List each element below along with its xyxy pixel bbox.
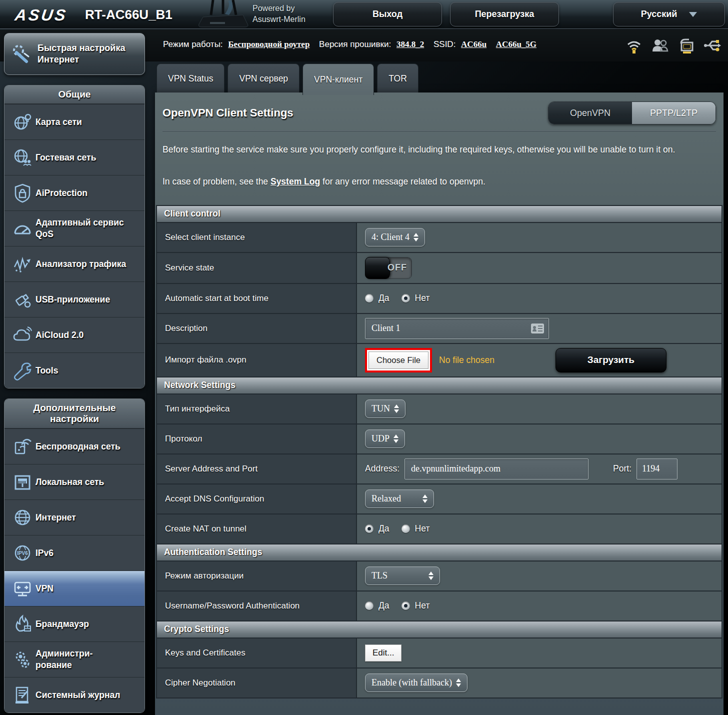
upload-button[interactable]: Загрузить — [556, 348, 666, 372]
nat-no-radio[interactable] — [402, 524, 410, 533]
aiprotection-icon — [10, 183, 36, 203]
accept-dns-select[interactable]: Relaxed — [365, 490, 434, 508]
settings-table: Client control Select client instance 4:… — [156, 205, 722, 698]
intro-text-1: Before starting the service make sure yo… — [162, 142, 716, 158]
sidebar-item-system-log[interactable]: Системный журнал — [4, 677, 144, 712]
cipher-negotiation-select[interactable]: Enable (with fallback) — [365, 674, 468, 692]
select-arrows-icon — [394, 404, 399, 413]
tab-vpn-client[interactable]: VPN-клиент — [302, 64, 374, 95]
sidebar: Быстрая настройка Интернет Общие Карта с… — [4, 33, 145, 713]
autostart-no-radio[interactable] — [402, 294, 410, 302]
clients-icon[interactable] — [651, 36, 669, 54]
sidebar-group-advanced: Дополнительные настройки Беспроводная се… — [4, 398, 145, 713]
sidebar-item-aiprotection[interactable]: AiProtection — [4, 175, 144, 210]
sidebar-item-vpn[interactable]: VPN — [4, 570, 144, 606]
chevron-down-icon — [689, 12, 697, 17]
system-log-link[interactable]: System Log — [270, 176, 320, 186]
wireless-icon — [10, 436, 36, 456]
internet-icon — [10, 508, 36, 528]
pptp-l2tp-type-button[interactable]: PPTP/L2TP — [632, 102, 716, 124]
row-service-state: Service state OFF — [157, 253, 722, 284]
router-model: RT-AC66U_B1 — [85, 7, 172, 22]
firmware-link[interactable]: 384.8_2 — [396, 40, 424, 49]
userpass-no-radio[interactable] — [402, 602, 410, 610]
sidebar-item-network-map[interactable]: Карта сети — [4, 104, 144, 140]
system-log-icon — [10, 685, 36, 705]
op-mode-link[interactable]: Беспроводной роутер — [228, 40, 310, 49]
server-address-input[interactable]: de.vpnunlimitedapp.com — [404, 458, 588, 480]
media-server-icon[interactable] — [677, 36, 695, 54]
language-dropdown[interactable]: Русский — [613, 2, 725, 26]
sidebar-item-firewall[interactable]: Брандмауэр — [4, 606, 144, 642]
sidebar-item-tools[interactable]: Tools — [4, 352, 144, 388]
ssid-24-link[interactable]: AC66u — [461, 40, 486, 49]
sidebar-item-internet[interactable]: Интернет — [4, 500, 144, 535]
choose-file-highlight: Choose File — [365, 348, 432, 372]
autostart-yes-radio[interactable] — [365, 294, 374, 302]
sidebar-item-wireless[interactable]: Беспроводная сеть — [4, 428, 144, 464]
main-panel: OpenVPN Client Settings OpenVPN PPTP/L2T… — [155, 92, 724, 715]
edit-keys-button[interactable]: Edit... — [365, 644, 402, 662]
tab-tor[interactable]: TOR — [377, 64, 418, 93]
sidebar-item-administration[interactable]: Администри- рование — [4, 642, 144, 677]
sidebar-item-aicloud[interactable]: AiCloud 2.0 — [4, 317, 144, 352]
sidebar-item-lan[interactable]: Локальная сеть — [4, 464, 144, 500]
autostart-radio-group: Да Нет — [365, 293, 438, 304]
lan-icon — [10, 472, 36, 492]
server-port-input[interactable]: 1194 — [636, 458, 678, 480]
logout-button[interactable]: Выход — [333, 2, 442, 26]
usb-status-icon[interactable] — [703, 36, 721, 54]
reboot-button[interactable]: Перезагрузка — [450, 2, 559, 26]
sidebar-item-ipv6[interactable]: IPV6 IPv6 — [4, 535, 144, 570]
sidebar-item-usb-application[interactable]: USB-приложение — [4, 282, 144, 317]
row-autostart: Automatic start at boot time Да Нет — [157, 284, 722, 314]
tab-vpn-status[interactable]: VPN Status — [156, 64, 224, 93]
address-label: Address: — [365, 464, 400, 474]
nat-yes-radio[interactable] — [365, 524, 374, 533]
section-authentication: Authentication Settings — [157, 544, 722, 562]
tools-icon — [10, 360, 36, 380]
wifi-status-icon[interactable] — [625, 36, 643, 54]
guest-network-icon — [10, 148, 36, 168]
row-import-ovpn: Импорт файла .ovpn Choose File No file c… — [157, 344, 722, 378]
quick-setup-button[interactable]: Быстрая настройка Интернет — [4, 33, 145, 75]
description-input[interactable]: Client 1 — [365, 318, 549, 339]
sidebar-item-guest-network[interactable]: Гостевая сеть — [4, 140, 144, 175]
tab-vpn-server[interactable]: VPN сервер — [228, 64, 300, 93]
toggle-knob — [365, 257, 390, 279]
system-info-line: Режим работы: Беспроводной роутер Версия… — [163, 40, 544, 50]
auth-mode-select[interactable]: TLS — [365, 566, 440, 585]
page-title: OpenVPN Client Settings — [162, 106, 294, 120]
nat-radio-group: Да Нет — [365, 524, 438, 534]
userpass-radio-group: Да Нет — [365, 600, 438, 611]
intro-text-2: In case of problem, see the System Log f… — [162, 174, 716, 190]
qos-icon — [10, 218, 36, 238]
section-crypto: Crypto Settings — [157, 622, 722, 638]
row-auth-mode: Режим авторизации TLS — [157, 562, 722, 592]
select-arrows-icon — [456, 678, 461, 687]
sidebar-item-traffic-analyzer[interactable]: Анализатор трафика — [4, 246, 144, 282]
client-list-icon[interactable] — [530, 323, 544, 334]
vpn-icon — [10, 578, 36, 598]
top-header-bar: ASUS RT-AC66U_B1 Powered by Asuswrt-Merl… — [0, 0, 728, 29]
row-server-address-port: Server Address and Port Address: de.vpnu… — [157, 454, 722, 484]
select-arrows-icon — [414, 233, 418, 242]
quick-setup-label: Быстрая настройка Интернет — [38, 42, 125, 66]
userpass-yes-radio[interactable] — [365, 602, 374, 610]
toggle-off-label: OFF — [388, 262, 407, 273]
group-title-general: Общие — [4, 86, 144, 104]
protocol-select[interactable]: UDP — [365, 430, 405, 448]
openvpn-type-button[interactable]: OpenVPN — [548, 102, 632, 124]
group-title-advanced: Дополнительные настройки — [4, 399, 144, 428]
sidebar-item-qos[interactable]: Адаптивный сервис QoS — [4, 210, 144, 246]
select-arrows-icon — [394, 434, 398, 443]
service-state-toggle[interactable]: OFF — [365, 257, 412, 279]
choose-file-button[interactable]: Choose File — [368, 352, 428, 369]
interface-type-select[interactable]: TUN — [365, 400, 406, 418]
client-instance-select[interactable]: 4: Client 4 — [365, 228, 425, 246]
ssid-5g-link[interactable]: AC66u_5G — [496, 40, 536, 49]
no-file-chosen-text: No file chosen — [439, 355, 494, 366]
row-keys-certificates: Keys and Certificates Edit... — [157, 638, 722, 668]
router-image — [196, 0, 250, 28]
vpn-tabs: VPN Status VPN сервер VPN-клиент TOR — [156, 64, 418, 95]
